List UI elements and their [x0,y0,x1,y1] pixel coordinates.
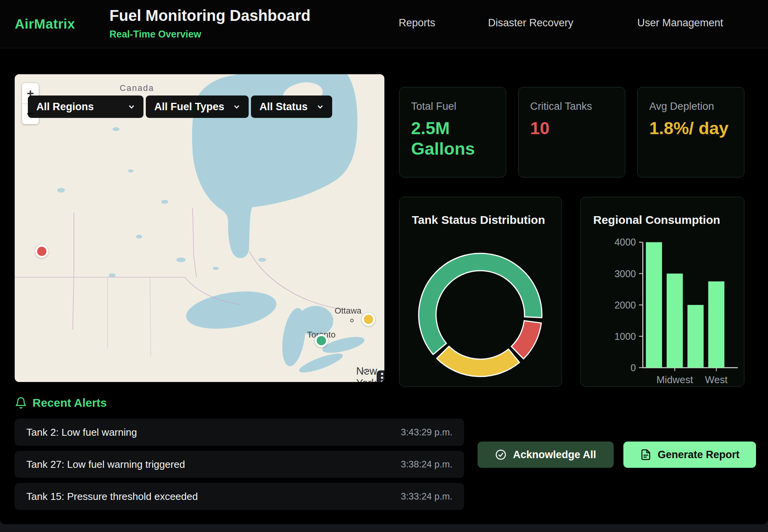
chevron-down-icon [127,102,136,111]
acknowledge-all-button[interactable]: Acknowledge All [478,442,614,468]
stat-value-total-fuel: 2.5M Gallons [411,118,494,159]
y-tick-label: 3000 [614,268,636,279]
regional-consumption-chart-card: Regional Consumption 01000200030004000Mi… [580,197,744,387]
alert-timestamp: 3:43:29 p.m. [401,427,452,438]
generate-report-button[interactable]: Generate Report [623,442,756,468]
nav-user-management[interactable]: User Management [637,17,723,29]
map-filter-bar: All Regions All Fuel Types All Status [28,95,332,118]
file-text-icon [640,449,652,460]
ottawa-city-dot [350,319,354,322]
alert-message: Tank 15: Pressure threshold exceeded [26,491,198,503]
generate-report-label: Generate Report [658,449,740,461]
x-tick-label: Midwest [656,374,693,385]
nav-disaster-recovery[interactable]: Disaster Recovery [488,17,573,29]
y-tick-label: 4000 [614,237,636,247]
status-select-value: All Status [259,101,308,113]
chevron-down-icon [232,102,241,111]
page-title: Fuel Monitoring Dashboard [109,7,311,24]
y-tick-label: 0 [630,362,636,373]
regional-consumption-bar-chart: 01000200030004000MidwestWest [581,197,744,386]
acknowledge-all-label: Acknowledge All [513,449,596,461]
page-subtitle: Real-Time Overview [109,29,201,40]
brand-logo: AirMatrix [15,16,75,32]
map-drag-handle[interactable] [377,370,384,382]
donut-segment-warning-yellow [437,346,519,376]
stat-label: Total Fuel [411,101,494,113]
y-tick-label: 1000 [614,331,636,342]
alert-message: Tank 27: Low fuel warning triggered [26,459,185,471]
bar-West [708,281,724,368]
fuel-type-select-value: All Fuel Types [154,101,224,113]
new-york-city-dot [364,370,367,373]
tank-marker-normal[interactable] [315,334,328,347]
tank-marker-critical[interactable] [35,245,48,258]
alert-row[interactable]: Tank 27: Low fuel warning triggered 3:38… [15,451,464,478]
regions-select-value: All Regions [36,101,94,113]
donut-segment-critical-red [511,321,541,359]
stat-card-total-fuel: Total Fuel 2.5M Gallons [399,87,506,177]
alert-row[interactable]: Tank 2: Low fuel warning 3:43:29 p.m. [15,419,464,446]
stat-card-avg-depletion: Avg Depletion 1.8%/ day [637,87,744,177]
x-tick-label: West [705,374,727,385]
status-select[interactable]: All Status [251,95,332,118]
regions-select[interactable]: All Regions [28,95,143,118]
stat-value-critical-tanks: 10 [530,118,613,138]
alert-message: Tank 2: Low fuel warning [26,426,137,438]
tank-status-donut-chart [399,197,561,386]
stat-card-critical-tanks: Critical Tanks 10 [518,87,625,177]
chevron-down-icon [316,102,324,111]
app-header: AirMatrix Fuel Monitoring Dashboard Real… [0,0,768,48]
alert-timestamp: 3:33:24 p.m. [401,491,452,502]
bar-region-1 [646,242,662,367]
tank-status-chart-card: Tank Status Distribution [399,197,562,387]
alert-timestamp: 3:38:24 p.m. [401,459,452,470]
bar-Midwest [667,274,683,368]
nav-reports[interactable]: Reports [399,17,435,29]
map-canvas [15,74,384,382]
stat-label: Critical Tanks [530,101,613,113]
bell-icon [15,397,27,409]
fuel-type-select[interactable]: All Fuel Types [146,95,249,118]
check-circle-icon [495,449,507,460]
dashboard-panel: AirMatrix Fuel Monitoring Dashboard Real… [0,0,768,524]
alert-row[interactable]: Tank 15: Pressure threshold exceeded 3:3… [15,483,464,510]
alerts-title: Recent Alerts [32,396,107,409]
fuel-map[interactable]: + − All Regions All Fuel Types All Statu… [15,74,384,382]
stat-value-avg-depletion: 1.8%/ day [649,118,732,138]
bar-region-3 [688,305,704,368]
map-lake-huron [298,306,333,336]
y-tick-label: 2000 [614,300,636,310]
tank-marker-warning[interactable] [362,313,375,326]
stat-label: Avg Depletion [649,101,732,113]
alerts-header: Recent Alerts [15,396,107,409]
